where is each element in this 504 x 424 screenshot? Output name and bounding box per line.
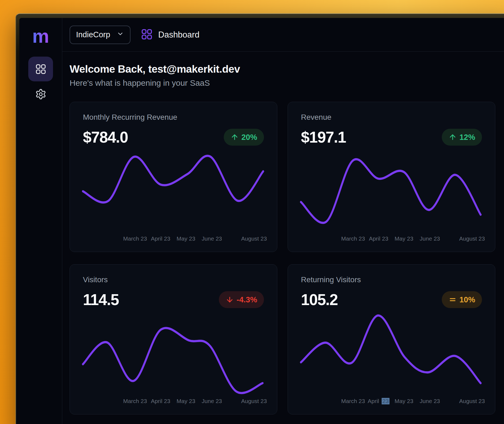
x-axis-tick-label: June 23 [420,235,440,242]
x-axis-tick-label: May 23 [177,398,195,404]
sidebar-item-dashboard[interactable] [28,57,53,81]
trend-down-icon [226,296,234,304]
org-switcher-label: IndieCorp [76,30,110,39]
x-axis-tick-label: April23 [368,398,390,404]
card-value: 105.2 [301,291,338,309]
card-value: $784.0 [83,128,128,146]
trend-up-icon [449,133,457,141]
dashboard-grid-icon [36,64,46,74]
breadcrumb: Dashboard [141,29,200,41]
card-revenue: Revenue $197.1 12% March 23April 23May 2… [288,102,495,252]
card-title: Visitors [83,275,264,284]
topbar: IndieCorp Dashboard [62,18,504,52]
app-surface: m [19,18,504,424]
value-row: 114.5 -4.3% [83,291,264,309]
x-axis-tick-label: April 23 [151,235,170,242]
app-window: m [15,13,504,424]
x-axis-tick-label: August 23 [459,235,485,242]
chart-area: March 23April 23May 23June 23August 23 [83,150,264,244]
x-axis-labels: March 23April 23May 23June 23August 23 [301,234,482,244]
chart-area: March 23April 23May 23June 23August 23 [83,313,264,407]
trend-flat-icon [449,296,457,304]
sidebar-item-settings[interactable] [28,85,53,103]
chart-area: March 23April 23May 23June 23August 23 [301,150,482,244]
returning-visitors-line-chart [301,313,482,395]
x-axis-labels: March 23April23May 23June 23August 23 [301,397,482,407]
card-visitors: Visitors 114.5 -4.3% March 23April 23May… [70,264,277,414]
card-monthly-recurring-revenue: Monthly Recurring Revenue $784.0 20% Mar… [70,102,277,252]
dashboard-content: Welcome Back, test@makerkit.dev Here's w… [62,52,504,424]
makerkit-logo: m [32,27,49,46]
gear-icon [35,88,46,100]
x-axis-tick-label: May 23 [177,235,195,242]
org-switcher-button[interactable]: IndieCorp [70,26,130,44]
value-row: $197.1 12% [301,128,482,146]
x-axis-tick-label: August 23 [241,398,267,404]
x-axis-tick-label: June 23 [420,398,440,404]
card-returning-visitors: Returning Visitors 105.2 10% March 23Apr… [288,264,495,414]
visitors-line-chart [83,313,264,395]
x-axis-tick-label: April 23 [369,235,388,242]
x-axis-tick-label: June 23 [202,235,222,242]
value-row: $784.0 20% [83,128,264,146]
x-axis-tick-label: May 23 [395,235,413,242]
chart-area: March 23April23May 23June 23August 23 [301,313,482,407]
mrr-line-chart [83,150,264,233]
dashboard-grid-icon-purple [141,29,152,41]
desktop: { "sidebar": { "logo": "m" }, "topbar": … [0,0,504,424]
x-axis-tick-label: March 23 [123,235,147,242]
card-value: 114.5 [83,291,119,309]
trend-badge: 12% [442,129,482,146]
x-axis-labels: March 23April 23May 23June 23August 23 [83,234,264,244]
x-axis-tick-label: March 23 [123,398,147,404]
page-title: Dashboard [158,30,200,40]
revenue-line-chart [301,150,482,233]
trend-badge: 10% [442,291,482,308]
x-axis-tick-label: March 23 [341,235,365,242]
badge-label: 10% [459,295,475,304]
chevron-down-icon [117,30,124,39]
badge-label: 20% [241,133,257,142]
x-axis-tick-label: August 23 [241,235,267,242]
sidebar: m [19,18,62,424]
x-axis-tick-label: March 23 [341,398,365,404]
selected-text-block: 23 [382,398,390,404]
main-area: IndieCorp Dashboard [62,18,504,424]
trend-up-icon [231,133,239,141]
card-title: Returning Visitors [301,275,482,284]
x-axis-tick-label: August 23 [459,398,485,404]
value-row: 105.2 10% [301,291,482,309]
stat-cards-grid: Monthly Recurring Revenue $784.0 20% Mar… [70,102,495,414]
trend-badge: -4.3% [219,291,264,308]
card-value: $197.1 [301,128,346,146]
welcome-heading: Welcome Back, test@makerkit.dev [70,63,495,75]
card-title: Monthly Recurring Revenue [83,113,264,122]
x-axis-tick-label: May 23 [395,398,413,404]
card-title: Revenue [301,113,482,122]
x-axis-labels: March 23April 23May 23June 23August 23 [83,397,264,407]
welcome-subtitle: Here's what is happening in your SaaS [70,78,495,88]
x-axis-tick-label: April 23 [151,398,170,404]
x-axis-tick-label: June 23 [202,398,222,404]
badge-label: -4.3% [237,295,257,304]
trend-badge: 20% [224,129,264,146]
badge-label: 12% [459,133,475,142]
